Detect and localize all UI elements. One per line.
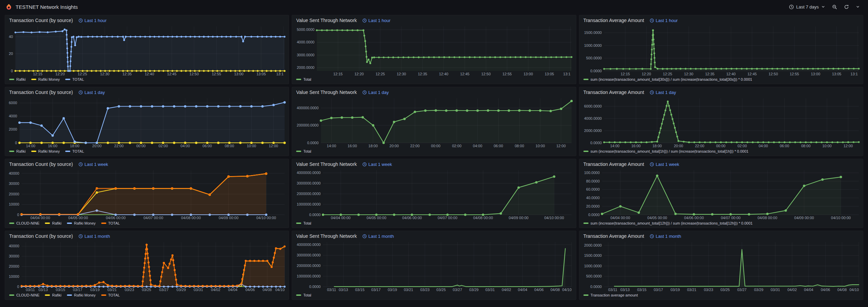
series-marker: [489, 56, 491, 58]
panel-title: Transaction Count (by source): [9, 90, 73, 95]
chart-canvas[interactable]: 0.0000200000.0000400000.000014:0016:0018…: [294, 96, 574, 149]
legend-item[interactable]: Total: [296, 77, 311, 81]
y-tick-label: 40000: [9, 171, 19, 175]
panel-header[interactable]: Transaction Count (by source) Last 1 wee…: [5, 159, 289, 168]
y-tick-label: 5000.0000: [297, 27, 314, 32]
y-tick-label: 3000000.0000: [297, 181, 321, 185]
legend-item[interactable]: sum (increase(transactions_amount_total[…: [583, 221, 753, 225]
y-tick-label: 200000.0000: [297, 123, 319, 127]
chart-canvas[interactable]: 2000.00003000.00004000.00005000.000012:1…: [294, 24, 574, 77]
panel-time-range-link[interactable]: Last 1 week: [650, 162, 679, 167]
legend-item[interactable]: TOTAL: [101, 293, 120, 297]
series-marker: [839, 176, 842, 178]
legend-item[interactable]: Total: [296, 149, 311, 153]
panel-time-range-link[interactable]: Last 1 week: [78, 162, 108, 167]
chart-canvas[interactable]: 020004000600014:0016:0018:0020:0022:0000…: [7, 96, 287, 149]
panel: Value Sent Through Network Last 1 month …: [292, 231, 576, 300]
grafana-logo-icon[interactable]: [5, 3, 12, 10]
legend-item[interactable]: CLOUD-NINE: [9, 293, 39, 297]
series-marker: [653, 53, 655, 54]
chart-canvas[interactable]: 0.00001000000.00002000000.00003000000.00…: [294, 168, 574, 220]
legend-item[interactable]: Rafiki: [9, 77, 26, 81]
panel-time-range-link[interactable]: Last 1 week: [362, 162, 392, 167]
panel-header[interactable]: Transaction Average Amount Last 1 week: [579, 159, 863, 168]
legend-swatch: [65, 79, 70, 80]
legend-item[interactable]: TOTAL: [65, 149, 84, 153]
x-tick-label: 04/02: [787, 288, 797, 292]
legend-item[interactable]: TOTAL: [65, 77, 84, 81]
series-marker: [21, 285, 23, 287]
chart-canvas[interactable]: 01000020000300004000003/1103/1303/1503/1…: [7, 239, 287, 292]
panel-header[interactable]: Value Sent Through Network Last 1 day: [292, 87, 576, 96]
panel-time-range-link[interactable]: Last 1 day: [78, 90, 105, 95]
x-tick-label: 04/05 00:00: [68, 216, 88, 220]
refresh-button[interactable]: [841, 2, 852, 12]
x-tick-label: 12:15: [33, 72, 42, 76]
chart-canvas[interactable]: 0.0000500.00001000.00001500.00002000.000…: [581, 239, 861, 292]
panel-header[interactable]: Transaction Average Amount Last 1 hour: [579, 15, 863, 24]
legend-item[interactable]: Rafiki Money: [31, 77, 60, 81]
legend-item[interactable]: Rafiki: [45, 293, 61, 297]
series-marker: [162, 105, 164, 108]
x-tick-label: 04/08 00:00: [181, 216, 201, 220]
series-marker: [78, 36, 79, 38]
chart-canvas[interactable]: 01000020000300004000004/04 00:0004/05 00…: [7, 168, 287, 220]
x-tick-label: 22:00: [410, 144, 420, 148]
series-marker: [184, 285, 186, 287]
legend-item[interactable]: sum (increase(transactions_amount_total[…: [583, 77, 752, 81]
series-marker: [675, 68, 677, 70]
legend-item[interactable]: Rafiki: [45, 221, 61, 225]
legend-item[interactable]: Rafiki Money: [31, 149, 60, 153]
series-marker: [794, 141, 796, 143]
y-tick-label: 100.0000: [584, 171, 600, 175]
panel-time-range-link[interactable]: Last 1 hour: [362, 18, 391, 23]
panel-time-range-link[interactable]: Last 1 day: [650, 90, 676, 95]
x-tick-label: 13:00: [811, 72, 820, 76]
panel-time-range-link[interactable]: Last 1 month: [362, 234, 394, 239]
panel-header[interactable]: Value Sent Through Network Last 1 week: [292, 159, 576, 168]
panel-header[interactable]: Transaction Average Amount Last 1 month: [579, 231, 863, 239]
panel-time-range-link[interactable]: Last 1 month: [650, 234, 681, 239]
legend-item[interactable]: sum (increase(transactions_amount_total[…: [583, 149, 748, 153]
x-tick-label: 12:00: [843, 144, 853, 148]
legend-item[interactable]: Rafiki Money: [67, 221, 96, 225]
panel-header[interactable]: Value Sent Through Network Last 1 month: [292, 231, 576, 239]
legend-item[interactable]: CLOUD-NINE: [9, 221, 39, 225]
chart-canvas[interactable]: 0.00002000.00004000.00006000.000014:0016…: [581, 96, 861, 149]
panel-header[interactable]: Value Sent Through Network Last 1 hour: [292, 15, 576, 24]
legend-item[interactable]: Total: [296, 221, 311, 225]
panel-time-range-link[interactable]: Last 1 day: [362, 90, 389, 95]
chart-canvas[interactable]: 0204012:1512:2012:2512:3012:3512:4012:45…: [7, 24, 287, 77]
panel-header[interactable]: Transaction Count (by source) Last 1 mon…: [5, 231, 289, 239]
refresh-interval-dropdown[interactable]: [853, 3, 863, 11]
panel-time-range-link[interactable]: Last 1 hour: [650, 18, 678, 23]
legend-item[interactable]: TOTAL: [101, 221, 120, 225]
legend-item[interactable]: Transaction average amount: [583, 293, 638, 297]
legend-label: Total: [303, 149, 311, 153]
legend-item[interactable]: Rafiki: [9, 149, 26, 153]
legend-item[interactable]: Rafiki Money: [67, 293, 96, 297]
x-tick-label: 00:00: [431, 144, 441, 148]
panel-time-range-link[interactable]: Last 1 month: [78, 234, 110, 239]
series-marker: [64, 28, 66, 30]
legend-swatch: [296, 223, 301, 224]
panel-time-range-link[interactable]: Last 1 hour: [78, 18, 107, 23]
series-marker: [651, 44, 653, 45]
legend-item[interactable]: Total: [296, 293, 311, 297]
chart-canvas[interactable]: 0.000020.000040.000060.000080.0000100.00…: [581, 168, 861, 220]
panel-header[interactable]: Transaction Average Amount Last 1 day: [579, 87, 863, 96]
time-range-picker[interactable]: Last 7 days: [786, 2, 828, 12]
legend-label: Transaction average amount: [591, 293, 638, 297]
zoom-out-button[interactable]: [829, 2, 840, 12]
panel-header[interactable]: Transaction Count (by source) Last 1 hou…: [5, 15, 289, 24]
clock-icon: [650, 162, 654, 167]
series-fill: [317, 30, 572, 71]
app-header: TESTNET Network Insights Last 7 days: [0, 0, 868, 14]
series-marker: [184, 105, 186, 108]
chart-canvas[interactable]: 0.0000500.00001000.00001500.000012:1512:…: [581, 24, 861, 77]
chart-canvas[interactable]: 0.00001000000.00002000000.00003000000.00…: [294, 239, 574, 292]
panel-header[interactable]: Transaction Count (by source) Last 1 day: [5, 87, 289, 96]
series-marker: [160, 276, 162, 278]
x-tick-label: 04/08: [550, 288, 560, 292]
series-marker: [175, 279, 177, 281]
